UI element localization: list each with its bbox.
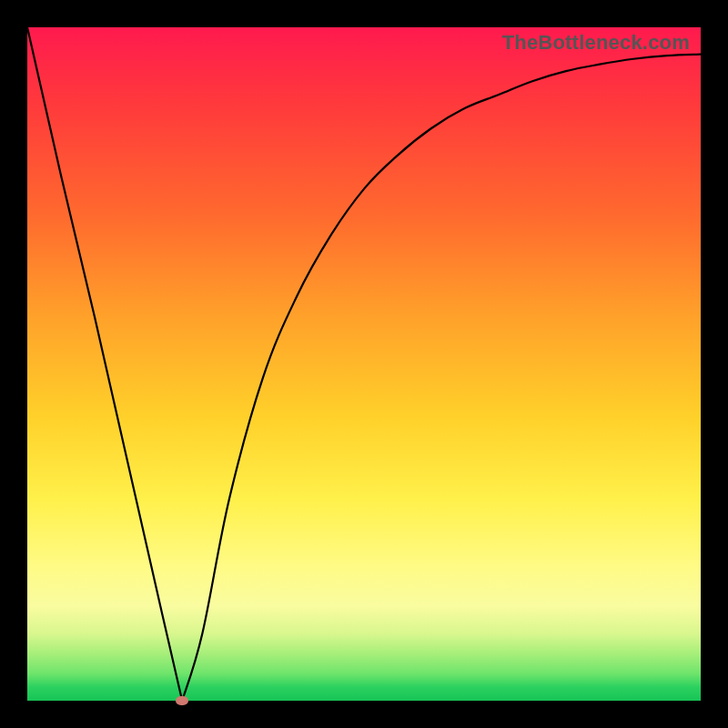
optimal-marker (176, 696, 188, 705)
bottleneck-curve (27, 27, 701, 701)
chart-frame: TheBottleneck.com (0, 0, 728, 728)
curve-path (27, 27, 701, 701)
plot-area: TheBottleneck.com (27, 27, 701, 701)
